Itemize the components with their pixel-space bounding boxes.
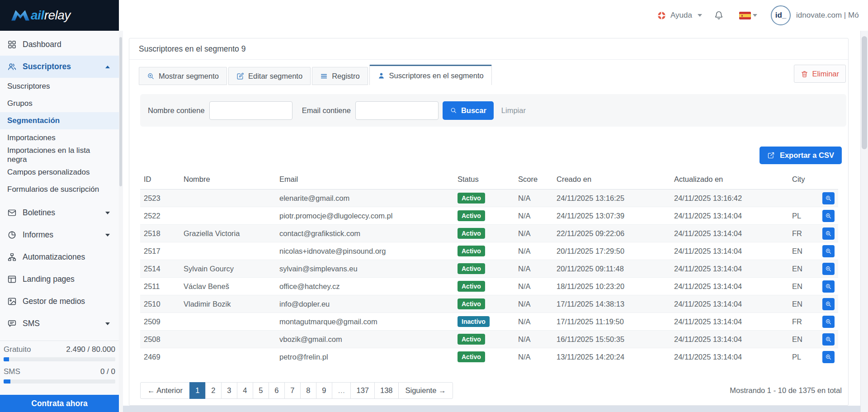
card-header: Suscriptores en el segmento 9 [129, 38, 848, 60]
cell-updated: 24/11/2025 13:14:04 [670, 225, 788, 242]
pagination-page-8[interactable]: 8 [300, 382, 316, 399]
scrollbar-thumb[interactable] [119, 37, 122, 186]
spain-flag-icon [739, 12, 751, 19]
pagination-page-4[interactable]: 4 [237, 382, 253, 399]
cell-score: N/A [514, 295, 553, 313]
sidebar-item-importaciones-en-la-lista-negra[interactable]: Importaciones en la lista negra [0, 147, 119, 164]
notifications-button[interactable] [713, 0, 724, 31]
cell-score: N/A [514, 331, 553, 348]
language-selector[interactable] [739, 0, 757, 31]
pagination-page-137[interactable]: 137 [350, 382, 375, 399]
cell-created: 17/11/2025 14:38:13 [553, 295, 670, 313]
sidebar-item-label: Suscriptores [7, 82, 50, 91]
sidebar-item-campos-personalizados[interactable]: Campos personalizados [0, 164, 119, 181]
pagination-page-6[interactable]: 6 [269, 382, 285, 399]
sidebar-item-importaciones[interactable]: Importaciones [0, 129, 119, 147]
table-row: 2517nicolas+idnovate@pinsound.orgActivoN… [140, 242, 838, 260]
pagination-page-3[interactable]: 3 [221, 382, 237, 399]
export-csv-button[interactable]: Exportar a CSV [760, 147, 842, 164]
tab-suscriptores-en-el-segmento[interactable]: Suscriptores en el segmento [369, 65, 492, 85]
zoom-in-icon [825, 195, 832, 202]
view-subscriber-button[interactable] [822, 333, 835, 346]
clear-link[interactable]: Limpiar [501, 106, 526, 115]
sidebar-item-informes[interactable]: Informes [0, 224, 119, 246]
account-menu[interactable]: id_ idnovate.com | Mó [771, 0, 859, 31]
table-body: 2523elenarite@gmail.comActivoN/A24/11/20… [140, 189, 838, 366]
sidebar-item-landing-pages[interactable]: Landing pages [0, 268, 119, 290]
logo-text-ail: ail [31, 8, 44, 22]
sidebar-item-suscriptores[interactable]: Suscriptores [0, 78, 119, 95]
usage-row: Gratuito2.490 / 80.000 [4, 345, 115, 355]
status-badge: Activo [458, 193, 485, 204]
tab-mostrar-segmento[interactable]: Mostrar segmento [139, 67, 227, 85]
name-contains-input[interactable] [209, 101, 292, 120]
pagination-prev[interactable]: ← Anterior [140, 382, 190, 399]
sidebar-item-automatizaciones[interactable]: Automatizaciones [0, 246, 119, 268]
avatar: id_ [771, 5, 791, 25]
scrollbar-thumb[interactable] [862, 36, 867, 149]
sidebar-scrollbar[interactable] [119, 31, 123, 412]
pagination-page-2[interactable]: 2 [205, 382, 222, 399]
contract-now-button[interactable]: Contrata ahora [0, 395, 119, 412]
cell-created: 20/11/2025 17:29:50 [553, 242, 670, 260]
sidebar-item-label: Landing pages [23, 275, 75, 284]
tab-editar-segmento[interactable]: Editar segmento [228, 67, 311, 85]
cell-city: FR [788, 225, 814, 242]
column-header: Creado en [553, 172, 670, 189]
view-subscriber-button[interactable] [822, 263, 835, 275]
email-contains-input[interactable] [355, 101, 439, 120]
sidebar-item-grupos[interactable]: Grupos [0, 95, 119, 112]
sidebar-item-label: Importaciones en la lista negra [7, 146, 110, 164]
pagination: ← Anterior123456789…137138Siguiente → [140, 382, 453, 399]
search-button[interactable]: Buscar [443, 101, 494, 120]
sidebar-item-formularios-de-suscripci-n[interactable]: Formularios de suscripción [0, 181, 119, 198]
pagination-page-138[interactable]: 138 [374, 382, 399, 399]
sidebar-item-label: Gestor de medios [23, 297, 85, 306]
cell-created: 18/11/2025 10:23:20 [553, 278, 670, 295]
zoom-in-icon [825, 336, 832, 343]
view-subscriber-button[interactable] [822, 192, 835, 204]
delete-button[interactable]: Eliminar [794, 65, 846, 83]
chat-icon [7, 319, 17, 328]
pagination-page-9[interactable]: 9 [316, 382, 332, 399]
chevron-down-icon [105, 234, 110, 237]
sidebar-item-gestor-de-medios[interactable]: Gestor de medios [0, 290, 119, 313]
sidebar-item-sms[interactable]: SMS [0, 313, 119, 335]
cell-id: 2469 [140, 348, 180, 366]
grid-icon [7, 40, 17, 49]
view-subscriber-button[interactable] [822, 351, 835, 363]
view-subscriber-button[interactable] [822, 245, 835, 257]
cell-email: petro@frelin.pl [276, 348, 454, 366]
cell-score: N/A [514, 189, 553, 207]
view-subscriber-button[interactable] [822, 316, 835, 328]
sidebar-item-boletines[interactable]: Boletines [0, 202, 119, 224]
export-label: Exportar a CSV [780, 151, 834, 160]
sidebar-item-segmentaci-n[interactable]: Segmentación [0, 112, 119, 129]
sidebar: DashboardSuscriptoresSuscriptoresGruposS… [0, 31, 119, 412]
filter-panel: Nombre contiene Email contiene Buscar Li… [140, 94, 846, 127]
view-subscriber-button[interactable] [822, 210, 835, 222]
chevron-up-icon [105, 66, 110, 68]
tab-registro[interactable]: Registro [312, 67, 368, 85]
sidebar-item-suscriptores[interactable]: Suscriptores [0, 56, 119, 78]
zoom-in-icon [825, 248, 832, 255]
search-button-label: Buscar [461, 106, 486, 115]
status-badge: Activo [458, 263, 485, 274]
view-subscriber-button[interactable] [822, 227, 835, 240]
cell-id: 2518 [140, 225, 180, 242]
app-logo[interactable]: ailrelay [0, 0, 119, 31]
sidebar-item-dashboard[interactable]: Dashboard [0, 33, 119, 56]
cell-city: EN [788, 331, 814, 348]
view-subscriber-button[interactable] [822, 280, 835, 293]
cell-updated: 24/11/2025 13:14:04 [670, 295, 788, 313]
pagination-page-7[interactable]: 7 [284, 382, 301, 399]
pagination-page-1[interactable]: 1 [189, 382, 206, 399]
pagination-page-5[interactable]: 5 [253, 382, 269, 399]
view-subscriber-button[interactable] [822, 298, 835, 310]
tab-label: Registro [332, 72, 359, 81]
mail-icon [7, 208, 17, 218]
pagination-next[interactable]: Siguiente → [398, 382, 453, 399]
help-menu[interactable]: Ayuda [656, 0, 702, 31]
page-scrollbar[interactable] [860, 31, 868, 412]
cell-city: EN [788, 278, 814, 295]
